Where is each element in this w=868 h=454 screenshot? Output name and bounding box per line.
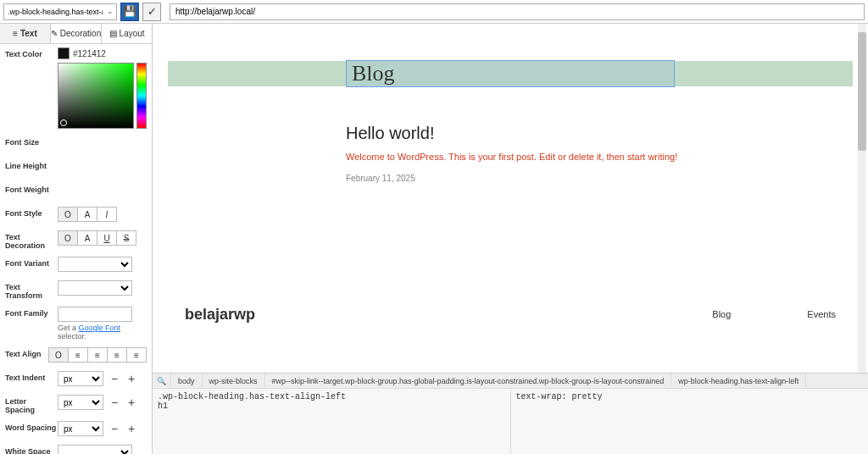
save-button[interactable]: 💾 — [120, 3, 139, 21]
text-dec-over[interactable]: A — [77, 230, 97, 246]
css-selector-pane[interactable]: .wp-block-heading.has-text-align-left h1 — [153, 389, 511, 454]
picker-handle[interactable] — [60, 119, 67, 126]
white-space-select[interactable] — [58, 445, 132, 454]
text-indent-unit[interactable]: px — [58, 371, 103, 386]
color-swatch[interactable] — [58, 47, 70, 59]
label-font-family: Font Family — [5, 307, 58, 318]
align-center[interactable]: ≡ — [87, 347, 108, 363]
label-font-weight: Font Weight — [5, 183, 58, 194]
crumb-heading[interactable]: wp-block-heading.has-text-align-left — [671, 374, 806, 388]
text-dec-none[interactable]: O — [58, 230, 78, 246]
label-text-color: Text Color — [5, 47, 58, 58]
hue-slider[interactable] — [136, 63, 147, 129]
google-font-link[interactable]: Google Font — [79, 324, 121, 332]
label-line-height: Line Height — [5, 159, 58, 170]
apply-button[interactable]: ✓ — [142, 3, 161, 21]
font-variant-select[interactable] — [58, 257, 132, 272]
label-text-align: Text Align — [5, 347, 48, 358]
letter-spacing-plus[interactable]: + — [125, 396, 137, 409]
word-spacing-unit[interactable]: px — [58, 421, 103, 436]
selected-heading-element[interactable]: Blog — [346, 60, 675, 87]
nav-link-events[interactable]: Events — [807, 309, 836, 319]
text-transform-select[interactable] — [58, 280, 132, 296]
align-justify[interactable]: ≡ — [126, 347, 147, 363]
label-white-space: White Space — [5, 445, 58, 454]
text-indent-plus[interactable]: + — [125, 372, 137, 385]
post-excerpt: Welcome to WordPress. This is your first… — [346, 152, 802, 162]
word-spacing-plus[interactable]: + — [125, 422, 137, 435]
label-text-indent: Text Indent — [5, 371, 58, 382]
label-font-style: Font Style — [5, 207, 58, 218]
preview-url-input[interactable] — [170, 3, 865, 20]
font-family-input[interactable] — [58, 307, 132, 322]
tab-decoration[interactable]: ✎ Decoration — [51, 24, 102, 43]
color-picker-area[interactable] — [58, 63, 134, 129]
check-icon: ✓ — [147, 5, 157, 18]
layout-icon: ▤ — [109, 29, 117, 38]
nav-link-blog[interactable]: Blog — [712, 309, 731, 319]
label-text-transform: Text Transform — [5, 280, 58, 300]
preview-pane: Blog Hello world! Welcome to WordPress. … — [153, 24, 868, 373]
align-right[interactable]: ≡ — [107, 347, 127, 363]
page-heading: Blog — [352, 61, 395, 86]
font-style-normal[interactable]: A — [77, 207, 97, 222]
label-text-decoration: Text Decoration — [5, 230, 58, 250]
search-icon: 🔍 — [157, 377, 166, 385]
crumb-body[interactable]: body — [171, 374, 203, 388]
label-font-size: Font Size — [5, 136, 58, 147]
css-rules-pane[interactable]: text-wrap: pretty — [511, 389, 869, 454]
crumb-site-blocks[interactable]: wp-site-blocks — [203, 374, 265, 388]
post-title[interactable]: Hello world! — [346, 124, 802, 143]
word-spacing-minus[interactable]: − — [108, 422, 120, 435]
text-icon: ≡ — [13, 29, 18, 38]
letter-spacing-unit[interactable]: px — [58, 395, 103, 410]
site-name[interactable]: belajarwp — [185, 306, 636, 324]
scrollbar-thumb[interactable] — [858, 32, 866, 151]
google-font-hint: Get a Google Font selector. — [58, 324, 147, 340]
label-font-variant: Font Variant — [5, 257, 58, 268]
hero-banner: Blog — [168, 61, 853, 86]
text-dec-strike[interactable]: S — [116, 230, 136, 246]
label-letter-spacing: Letter Spacing — [5, 395, 58, 414]
align-left[interactable]: ≡ — [68, 347, 88, 363]
crumb-group[interactable]: #wp--skip-link--target.wp-block-group.ha… — [265, 374, 672, 388]
brush-icon: ✎ — [51, 29, 58, 38]
text-indent-minus[interactable]: − — [108, 372, 120, 385]
font-style-italic[interactable]: I — [97, 207, 117, 222]
tab-layout[interactable]: ▤ Layout — [102, 24, 152, 43]
inspector-search[interactable]: 🔍 — [153, 374, 171, 388]
save-icon: 💾 — [123, 5, 136, 18]
label-word-spacing: Word Spacing — [5, 421, 58, 432]
post-date: February 11, 2025 — [346, 174, 802, 183]
color-hex-value: #121412 — [73, 49, 106, 58]
font-style-none[interactable]: O — [58, 207, 78, 222]
css-selector-dropdown[interactable] — [3, 3, 117, 20]
tab-text[interactable]: ≡ Text — [0, 24, 51, 43]
align-none[interactable]: O — [48, 347, 69, 363]
letter-spacing-minus[interactable]: − — [108, 396, 120, 409]
text-dec-underline[interactable]: U — [97, 230, 117, 246]
